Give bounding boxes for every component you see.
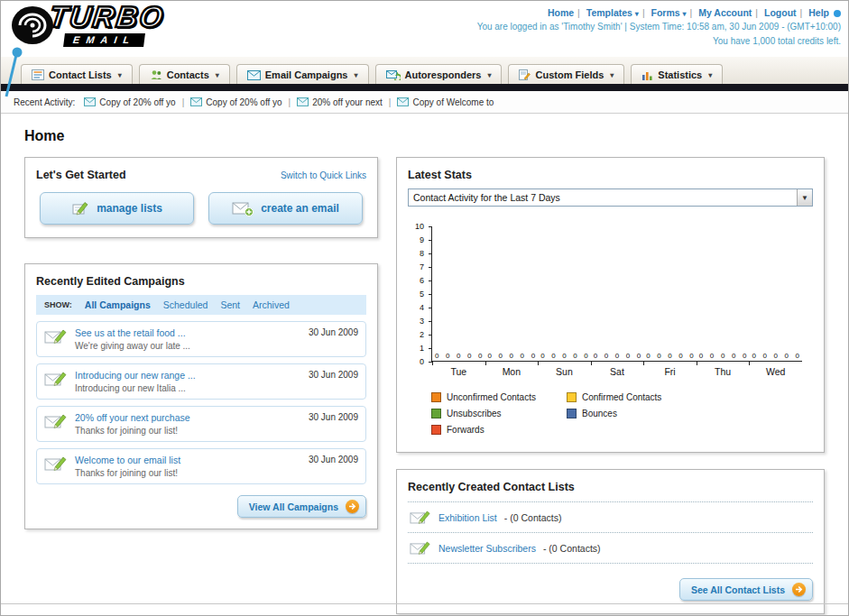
recent-activity-item[interactable]: Copy of 20% off yo: [84, 97, 175, 107]
filter-sent[interactable]: Sent: [220, 299, 240, 310]
recently-created-contact-lists-panel: Recently Created Contact Lists Exhibitio…: [396, 469, 825, 614]
recent-activity-label: Recent Activity:: [14, 97, 75, 107]
campaign-title-link[interactable]: 20% off your next purchase: [75, 412, 190, 423]
contact-list-name-link[interactable]: Exhibition List: [438, 512, 497, 523]
top-nav-my-account[interactable]: My Account: [698, 7, 752, 18]
create-an-email-button[interactable]: create an email: [208, 192, 363, 225]
edit-campaign-icon: [44, 370, 68, 388]
edit-list-icon: [410, 509, 431, 526]
bar-group: 00000Fri: [643, 226, 697, 361]
filter-archived[interactable]: Archived: [253, 299, 290, 310]
top-nav-home[interactable]: Home: [548, 7, 574, 18]
top-nav-logout[interactable]: Logout: [764, 7, 797, 18]
y-axis-tick-label: 4: [408, 303, 424, 312]
nav-separator: |: [690, 7, 693, 18]
legend-swatch-icon: [431, 425, 441, 435]
bar-value-label: 0: [488, 352, 492, 360]
bar-value-label: 0: [510, 352, 513, 360]
bar-group: 00000Tue: [432, 226, 485, 361]
contact-list-detail: - (0 Contacts): [504, 512, 562, 523]
bar-value-label: 0: [668, 352, 671, 360]
logo-text: TURBO EMAIL: [50, 3, 164, 47]
app-logo: TURBO EMAIL: [10, 3, 164, 47]
top-nav-forms[interactable]: Forms ▾: [651, 7, 687, 18]
campaign-item[interactable]: See us at the retail food ... We're givi…: [36, 321, 366, 357]
recent-activity-bar: Recent Activity: Copy of 20% off yo | Co…: [1, 91, 848, 114]
campaign-title-link[interactable]: Welcome to our email list: [75, 455, 180, 465]
top-nav-help[interactable]: Help: [808, 7, 829, 18]
tab-email-campaigns[interactable]: Email Campaigns ▾: [236, 64, 369, 84]
latest-stats-title: Latest Stats: [408, 169, 813, 181]
tab-autoresponders[interactable]: Autoresponders ▾: [375, 64, 503, 84]
tab-contacts[interactable]: Contacts ▾: [139, 64, 230, 84]
top-nav-templates[interactable]: Templates ▾: [586, 7, 639, 18]
campaign-item[interactable]: Welcome to our email list Thanks for joi…: [36, 448, 366, 484]
tab-label: Contacts: [167, 69, 209, 80]
view-all-campaigns-button[interactable]: View All Campaigns: [237, 495, 366, 518]
campaign-subtitle: Thanks for joining our list!: [75, 426, 190, 436]
manage-lists-button[interactable]: manage lists: [40, 192, 194, 225]
campaign-subtitle: Thanks for joining our list!: [75, 468, 180, 478]
main-nav-bar: Contact Lists ▾ Contacts ▾ Email Campaig…: [1, 57, 848, 84]
status-dot-icon: [834, 10, 841, 17]
bar-value-label: 0: [478, 352, 482, 360]
campaign-filter-bar: SHOW: All Campaigns Scheduled Sent Archi…: [36, 295, 366, 315]
contact-list-row[interactable]: Exhibition List - (0 Contacts): [408, 502, 813, 533]
tab-statistics[interactable]: Statistics ▾: [631, 64, 723, 84]
envelope-icon: [84, 97, 96, 106]
bar-value-label: 0: [637, 352, 641, 360]
bar-value-label: 0: [499, 352, 503, 360]
chart-plot-area: 00000Tue00000Mon00000Sun00000Sat00000Fri…: [431, 226, 802, 362]
recent-activity-item[interactable]: 20% off your next: [297, 97, 383, 107]
switch-to-quick-links-link[interactable]: Switch to Quick Links: [281, 170, 366, 180]
show-label: SHOW:: [44, 300, 72, 309]
contact-list-row[interactable]: Newsletter Subscribers - (0 Contacts): [408, 533, 813, 564]
tab-label: Statistics: [658, 69, 702, 80]
contact-list-name-link[interactable]: Newsletter Subscribers: [438, 543, 536, 554]
y-axis-tick-label: 3: [408, 317, 424, 326]
legend-item: Forwards: [431, 425, 567, 435]
nav-separator: |: [577, 7, 580, 18]
footer-divider: [1, 603, 848, 604]
bar-value-label: 0: [435, 352, 438, 360]
campaign-title-link[interactable]: See us at the retail food ...: [75, 327, 190, 338]
statistics-icon: [641, 70, 653, 80]
filter-scheduled[interactable]: Scheduled: [163, 299, 208, 310]
recent-activity-item[interactable]: Copy of Welcome to: [397, 97, 494, 107]
bar-value-labels: 00000: [752, 352, 799, 360]
page-title: Home: [24, 128, 825, 144]
main-content: Home Let's Get Started Switch to Quick L…: [1, 114, 848, 614]
bar-group: 00000Sun: [538, 226, 591, 361]
legend-label: Bounces: [582, 409, 617, 418]
credits-info: You have 1,000 total credits left.: [477, 34, 841, 49]
filter-all-campaigns[interactable]: All Campaigns: [85, 299, 151, 310]
bar-value-labels: 00000: [699, 352, 747, 360]
campaign-title-link[interactable]: Introducing our new range ...: [75, 370, 196, 381]
x-axis-tick-label: Wed: [749, 366, 802, 377]
legend-swatch-icon: [431, 409, 441, 418]
nav-separator: |: [755, 7, 758, 18]
campaign-item[interactable]: Introducing our new range ... Introducin…: [36, 363, 366, 400]
header: TURBO EMAIL Home| Templates ▾| Forms ▾| …: [1, 1, 848, 57]
recent-activity-item[interactable]: Copy of 20% off yo: [190, 97, 281, 107]
bar-value-label: 0: [795, 352, 798, 360]
see-all-contact-lists-button[interactable]: See All Contact Lists: [679, 578, 813, 601]
tab-label: Autoresponders: [405, 69, 482, 80]
campaign-item[interactable]: 20% off your next purchase Thanks for jo…: [36, 406, 366, 442]
bar-value-label: 0: [699, 352, 703, 360]
contact-activity-chart: 012345678910 00000Tue00000Mon00000Sun000…: [408, 226, 813, 383]
get-started-title: Let's Get Started: [36, 169, 126, 181]
bar-value-label: 0: [784, 352, 788, 360]
logo-text-email: EMAIL: [63, 33, 145, 47]
chevron-down-icon: ▾: [683, 10, 687, 18]
tab-custom-fields[interactable]: Custom Fields ▾: [508, 64, 624, 84]
bar-value-label: 0: [657, 352, 660, 360]
chevron-down-icon: ▼: [797, 189, 812, 206]
get-started-panel: Let's Get Started Switch to Quick Links …: [24, 157, 378, 238]
bar-value-label: 0: [752, 352, 755, 360]
stats-period-select[interactable]: Contact Activity for the Last 7 Days ▼: [408, 188, 813, 207]
contact-lists-icon: [32, 69, 44, 80]
tab-contact-lists[interactable]: Contact Lists ▾: [21, 64, 133, 84]
chevron-down-icon: ▾: [118, 71, 122, 79]
legend-item: Bounces: [567, 409, 702, 418]
